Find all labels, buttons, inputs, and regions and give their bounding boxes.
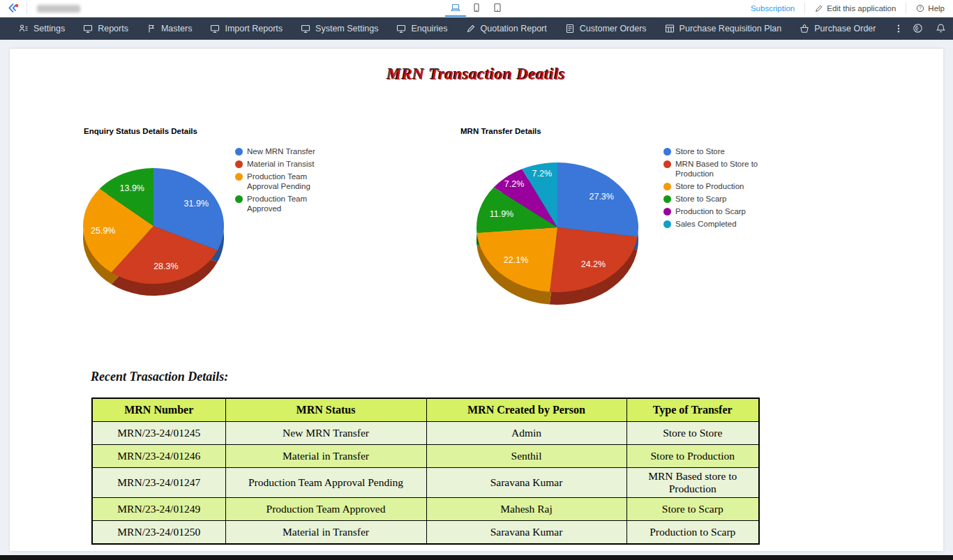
pie-slice-label: 22.1% xyxy=(504,255,528,265)
edit-application-button[interactable]: Edit this application xyxy=(815,4,896,13)
table-cell: Saravana Kumar xyxy=(426,468,626,498)
recent-transactions-table: MRN NumberMRN StatusMRN Created by Perso… xyxy=(91,398,760,545)
main-navbar: SettingsReportsMastersImport ReportsSyst… xyxy=(0,17,953,40)
legend-color-dot xyxy=(663,220,671,228)
navbar-right xyxy=(913,19,953,38)
nav-item-quotation-report[interactable]: Quotation Report xyxy=(457,17,556,40)
table-cell: Senthil xyxy=(426,445,626,468)
table-cell: MRN/23-24/01247 xyxy=(92,468,225,498)
tablet-icon xyxy=(493,3,502,13)
page-title: MRN Transaction Deatils xyxy=(10,66,943,84)
table-cell: Production Team Approval Pending xyxy=(225,468,426,498)
legend-label: Store to Scarp xyxy=(675,195,727,203)
nav-item-label: Purchase Order xyxy=(814,24,876,33)
nav-item-label: Settings xyxy=(33,24,65,33)
nav-item-masters[interactable]: Masters xyxy=(137,17,201,40)
app-name-blurred[interactable] xyxy=(37,5,80,13)
legend-item: Store to Scarp xyxy=(663,194,760,204)
nav-item-purchase-order[interactable]: Purchase Order xyxy=(790,17,885,40)
legend-color-dot xyxy=(235,173,243,181)
subscription-link[interactable]: Subscription xyxy=(751,4,795,13)
column-header: MRN Created by Person xyxy=(426,398,626,422)
nav-item-import-reports[interactable]: Import Reports xyxy=(201,17,292,40)
column-header: MRN Number xyxy=(92,398,225,422)
creator-logo-icon[interactable] xyxy=(7,1,21,15)
legend-color-dot xyxy=(235,148,243,156)
device-phone-button[interactable] xyxy=(466,0,487,17)
nav-item-label: Reports xyxy=(98,24,128,33)
table-row: MRN/23-24/01249Production Team ApprovedM… xyxy=(92,498,759,521)
legend-item: Production Team Approval Pending xyxy=(235,172,319,191)
compass-icon[interactable] xyxy=(913,23,923,33)
legend-item: Store to Store xyxy=(663,146,760,156)
pie-slice-label: 25.9% xyxy=(91,226,115,236)
nav-item-purchase-requisition-plan[interactable]: Purchase Requisition Plan xyxy=(656,17,791,40)
table-cell: Material in Transfer xyxy=(225,521,426,545)
dots-vertical-icon xyxy=(894,24,903,33)
top-bar-left xyxy=(0,0,80,17)
pie-slice-label: 24.2% xyxy=(581,259,606,269)
table-cell: New MRN Transfer xyxy=(225,422,426,445)
table-cell: MRN/23-24/01249 xyxy=(92,498,225,521)
nav-item-settings[interactable]: Settings xyxy=(10,17,74,40)
table-row: MRN/23-24/01247Production Team Approval … xyxy=(92,468,759,498)
nav-item-label: Enquiries xyxy=(411,24,447,33)
legend-label: MRN Based to Store to Production xyxy=(675,160,758,178)
legend-color-dot xyxy=(663,160,671,168)
monitor-icon xyxy=(83,24,93,33)
monitor-icon xyxy=(301,24,310,33)
nav-item-reports[interactable]: Reports xyxy=(74,17,137,40)
legend-color-dot xyxy=(663,208,671,215)
pie-slice-label: 31.9% xyxy=(184,199,209,209)
nav-item-system-settings[interactable]: System Settings xyxy=(292,17,387,40)
enquiry-status-chart: 31.9%28.3%25.9%13.9% Enquiry Status Deta… xyxy=(73,127,380,322)
nav-item-label: Masters xyxy=(161,24,192,33)
column-header: Type of Transfer xyxy=(626,398,759,422)
flag-icon xyxy=(147,24,156,33)
legend-label: Production to Scarp xyxy=(675,207,746,215)
pie-slice-label: 28.3% xyxy=(153,262,178,271)
legend-item: Store to Production xyxy=(663,181,760,191)
document-icon xyxy=(565,24,575,33)
top-bar-right: Subscription Edit this application ? Hel… xyxy=(751,0,953,17)
table-cell: Admin xyxy=(426,422,626,445)
device-tablet-button[interactable] xyxy=(487,0,508,17)
table-cell: Saravana Kumar xyxy=(426,521,626,545)
page-background: MRN Transaction Deatils 31.9%28.3%25.9%1… xyxy=(0,40,953,555)
table-cell: MRN/23-24/01246 xyxy=(92,445,225,468)
help-icon: ? xyxy=(916,4,924,13)
nav-item-enquiries[interactable]: Enquiries xyxy=(387,17,456,40)
nav-item-customer-orders[interactable]: Customer Orders xyxy=(556,17,656,40)
legend-color-dot xyxy=(235,195,243,203)
bell-icon[interactable] xyxy=(936,23,946,33)
section-heading: Recent Trasaction Details: xyxy=(91,370,228,384)
nav-item-label: Customer Orders xyxy=(580,24,647,33)
table-row: MRN/23-24/01245New MRN TransferAdminStor… xyxy=(92,422,759,445)
basket-icon xyxy=(800,24,809,33)
legend-item: Material in Transist xyxy=(235,159,319,169)
laptop-icon xyxy=(451,3,460,13)
chart-title: Enquiry Status Details Details xyxy=(84,127,197,135)
nav-item-label: Purchase Requisition Plan xyxy=(680,24,782,33)
pie-slice-label: 7.2% xyxy=(504,179,525,189)
legend-label: Sales Completed xyxy=(675,220,737,228)
user-settings-icon xyxy=(19,24,29,33)
divider xyxy=(27,3,27,14)
nav-overflow-button[interactable] xyxy=(885,17,913,40)
pencil-icon xyxy=(815,4,823,13)
device-laptop-button[interactable] xyxy=(445,0,466,17)
legend-label: Store to Production xyxy=(675,182,744,190)
help-label: Help xyxy=(928,4,945,13)
pie-slice-label: 27.3% xyxy=(589,192,613,202)
help-button[interactable]: ? Help xyxy=(916,4,945,13)
table-row: MRN/23-24/01250Material in TransferSarav… xyxy=(92,521,759,545)
table-cell: Production to Scarp xyxy=(626,521,759,545)
app-window: Subscription Edit this application ? Hel… xyxy=(0,0,953,560)
nav-item-label: System Settings xyxy=(315,24,378,33)
divider xyxy=(906,3,906,14)
nav-item-label: Quotation Report xyxy=(481,24,547,33)
pie-slice-label: 7.2% xyxy=(532,169,553,179)
table-cell: Material in Transfer xyxy=(225,445,426,468)
navbar-items: SettingsReportsMastersImport ReportsSyst… xyxy=(10,17,913,40)
phone-icon xyxy=(472,3,481,13)
